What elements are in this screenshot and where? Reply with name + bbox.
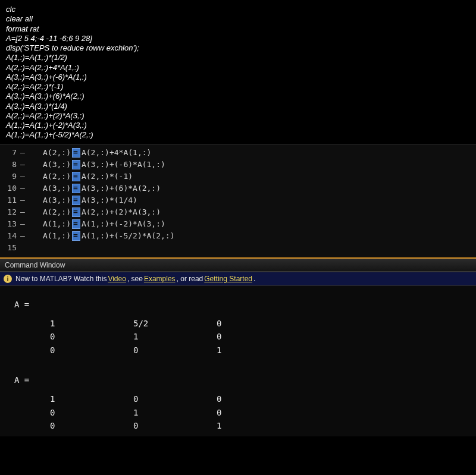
banner-text: , see	[127, 275, 143, 283]
matrix-cell: 0	[217, 392, 252, 405]
equals-icon	[72, 148, 80, 158]
matrix-cell: 5/2	[133, 317, 217, 330]
matrix-cell: 0	[133, 419, 217, 432]
breakpoint-gutter[interactable]: –	[20, 196, 29, 205]
equals-icon	[72, 172, 80, 181]
code-rhs: A(1,:)+(-2)*A(3,:)	[82, 219, 165, 228]
code-rhs: A(2,:)+(2)*A(3,:)	[82, 207, 161, 216]
matrix-cell: 0	[217, 406, 252, 419]
code-line: A(2,:)=A(2,:)*(-1)	[6, 82, 470, 92]
matrix-cell: 0	[217, 317, 252, 330]
code-lhs: A(2,:)	[43, 148, 71, 157]
breakpoint-gutter[interactable]: –	[20, 219, 29, 228]
line-number: 10	[0, 184, 20, 193]
output-var-label: A =	[14, 298, 470, 311]
editor-row[interactable]: 15	[0, 242, 476, 254]
banner-text: , or read	[177, 275, 203, 283]
code-line: format rat	[6, 24, 470, 34]
breakpoint-gutter[interactable]: –	[20, 231, 29, 240]
welcome-banner: i New to MATLAB? Watch this Video , see …	[0, 272, 476, 286]
editor-row[interactable]: 10 – A(3,:)A(3,:)+(6)*A(2,:)	[0, 183, 476, 194]
equals-icon	[72, 196, 80, 205]
info-icon: i	[4, 275, 12, 283]
code-rhs: A(2,:)*(-1)	[82, 172, 133, 181]
editor-row[interactable]: 8 – A(3,:)A(3,:)+(-6)*A(1,:)	[0, 159, 476, 171]
code-rhs: A(3,:)+(-6)*A(1,:)	[82, 160, 165, 169]
equals-icon	[72, 160, 80, 169]
line-number: 14	[0, 231, 20, 240]
banner-text: New to MATLAB? Watch this	[15, 275, 107, 283]
breakpoint-gutter[interactable]: –	[20, 172, 29, 181]
matrix-output: 100 010 001	[14, 392, 470, 432]
video-link[interactable]: Video	[108, 275, 126, 283]
code-line: A=[2 5 4;-4 -11 -6;6 9 28]	[6, 34, 470, 43]
banner-text: .	[253, 275, 255, 283]
code-line: A(1,:)=A(1,:)+(-2)*A(3,:)	[6, 121, 470, 130]
code-line: A(3,:)=A(3,:)+(6)*A(2,:)	[6, 92, 470, 101]
breakpoint-gutter[interactable]: –	[20, 160, 29, 169]
matrix-cell: 1	[50, 317, 133, 330]
matrix-cell: 1	[217, 419, 252, 432]
matrix-cell: 1	[133, 406, 217, 419]
editor-row[interactable]: 14 – A(1,:)A(1,:)+(-5/2)*A(2,:)	[0, 230, 476, 242]
code-line: A(3,:)=A(3,:)*(1/4)	[6, 102, 470, 111]
line-number: 15	[0, 243, 20, 252]
matrix-cell: 1	[50, 392, 133, 405]
code-line: A(2,:)=A(2,:)+(2)*A(3,:)	[6, 111, 470, 121]
matrix-output: 15/20 010 001	[14, 317, 470, 357]
breakpoint-gutter[interactable]: –	[20, 148, 29, 157]
code-line: clc	[6, 5, 470, 14]
code-lhs: A(2,:)	[43, 172, 71, 181]
matrix-cell: 1	[217, 344, 252, 357]
code-line: A(2,:)=A(2,:)+4*A(1,:)	[6, 63, 470, 73]
editor-row[interactable]: 7 – A(2,:)A(2,:)+4*A(1,:)	[0, 147, 476, 159]
code-rhs: A(2,:)+4*A(1,:)	[82, 148, 151, 157]
code-rhs: A(3,:)*(1/4)	[82, 196, 137, 205]
code-lhs: A(3,:)	[43, 184, 71, 193]
code-lhs: A(2,:)	[43, 207, 71, 216]
problem-statement: clc clear all format rat A=[2 5 4;-4 -11…	[0, 0, 476, 144]
line-number: 7	[0, 148, 20, 157]
equals-icon	[72, 219, 80, 229]
code-lhs: A(3,:)	[43, 160, 71, 169]
matrix-cell: 0	[50, 419, 133, 432]
code-lhs: A(3,:)	[43, 196, 71, 205]
editor-row[interactable]: 13 – A(1,:)A(1,:)+(-2)*A(3,:)	[0, 218, 476, 230]
command-window[interactable]: A = 15/20 010 001 A = 100 010 001	[0, 286, 476, 436]
equals-icon	[72, 207, 80, 217]
equals-icon	[72, 184, 80, 193]
output-var-label: A =	[14, 373, 470, 386]
breakpoint-gutter[interactable]: –	[20, 207, 29, 216]
code-line: A(1,:)=A(1,:)*(1/2)	[6, 53, 470, 62]
editor-row[interactable]: 9 – A(2,:)A(2,:)*(-1)	[0, 171, 476, 183]
breakpoint-gutter[interactable]: –	[20, 184, 29, 193]
code-line: A(3,:)=A(3,:)+(-6)*A(1,:)	[6, 73, 470, 82]
line-number: 11	[0, 196, 20, 205]
matrix-cell: 0	[133, 344, 217, 357]
matrix-cell: 0	[133, 392, 217, 405]
matrix-cell: 0	[50, 406, 133, 419]
editor-row[interactable]: 12 – A(2,:)A(2,:)+(2)*A(3,:)	[0, 206, 476, 218]
matrix-cell: 1	[133, 330, 217, 343]
matrix-cell: 0	[217, 330, 252, 343]
code-line: A(1,:)=A(1,:)+(-5/2)*A(2,:)	[6, 130, 470, 140]
code-lhs: A(1,:)	[43, 231, 71, 240]
getting-started-link[interactable]: Getting Started	[204, 275, 252, 283]
matrix-cell: 0	[50, 330, 133, 343]
code-line: clear all	[6, 14, 470, 24]
editor-panel[interactable]: 7 – A(2,:)A(2,:)+4*A(1,:) 8 – A(3,:)A(3,…	[0, 144, 476, 259]
line-number: 9	[0, 172, 20, 181]
editor-row[interactable]: 11 – A(3,:)A(3,:)*(1/4)	[0, 194, 476, 206]
examples-link[interactable]: Examples	[144, 275, 176, 283]
line-number: 8	[0, 160, 20, 169]
code-line: disp('STEPS to reduce roww exchlon');	[6, 43, 470, 53]
line-number: 12	[0, 207, 20, 216]
matrix-cell: 0	[50, 344, 133, 357]
line-number: 13	[0, 219, 20, 228]
code-rhs: A(1,:)+(-5/2)*A(2,:)	[82, 231, 175, 240]
equals-icon	[72, 231, 80, 241]
code-rhs: A(3,:)+(6)*A(2,:)	[82, 184, 161, 193]
code-lhs: A(1,:)	[43, 219, 71, 228]
command-window-title: Command Window	[0, 259, 476, 272]
